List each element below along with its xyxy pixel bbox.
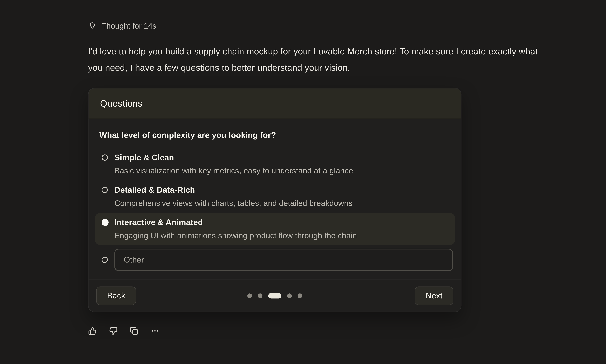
option-description: Engaging UI with animations showing prod… (114, 230, 450, 241)
progress-dots (247, 293, 302, 299)
questions-card-body: What level of complexity are you looking… (89, 119, 461, 279)
questions-card-header: Questions (89, 89, 461, 119)
thumbs-down-button[interactable] (109, 327, 117, 335)
progress-dot (258, 293, 262, 298)
radio-unselected-icon[interactable] (102, 155, 108, 161)
option-label: Detailed & Data-Rich (114, 185, 450, 195)
next-button[interactable]: Next (415, 286, 453, 305)
copy-button[interactable] (130, 327, 138, 335)
progress-dot (287, 293, 292, 298)
option-label: Interactive & Animated (114, 217, 450, 228)
question-text: What level of complexity are you looking… (99, 130, 455, 140)
option-description: Comprehensive views with charts, tables,… (114, 198, 450, 208)
thought-duration-label: Thought for 14s (102, 22, 156, 30)
card-title: Questions (100, 98, 143, 109)
option-detailed-data-rich[interactable]: Detailed & Data-Rich Comprehensive views… (95, 181, 455, 212)
questions-card: Questions What level of complexity are y… (88, 88, 461, 312)
thumbs-down-icon (109, 327, 117, 335)
copy-icon (130, 327, 138, 335)
option-label: Simple & Clean (114, 152, 450, 163)
option-other[interactable] (95, 249, 455, 271)
back-button[interactable]: Back (96, 286, 136, 305)
progress-dot (247, 293, 252, 298)
radio-unselected-icon[interactable] (102, 257, 108, 263)
thought-header[interactable]: Thought for 14s (88, 21, 544, 31)
chat-message-view: Thought for 14s I'd love to help you bui… (0, 0, 606, 364)
option-simple-clean[interactable]: Simple & Clean Basic visualization with … (95, 148, 455, 180)
option-interactive-animated[interactable]: Interactive & Animated Engaging UI with … (95, 213, 455, 245)
thumbs-up-icon (88, 327, 97, 335)
radio-selected-icon[interactable] (102, 219, 108, 226)
progress-dot-active (268, 293, 282, 299)
other-option-input[interactable] (114, 249, 453, 271)
lightbulb-icon (88, 22, 97, 30)
more-options-icon (151, 327, 159, 335)
more-options-button[interactable] (151, 327, 159, 335)
questions-card-footer: Back Next (89, 280, 461, 312)
thumbs-up-button[interactable] (88, 327, 97, 335)
progress-dot (297, 293, 302, 298)
message-actions (88, 327, 544, 335)
radio-unselected-icon[interactable] (102, 187, 108, 193)
option-description: Basic visualization with key metrics, ea… (114, 165, 450, 176)
assistant-message-text: I'd love to help you build a supply chai… (88, 43, 544, 76)
